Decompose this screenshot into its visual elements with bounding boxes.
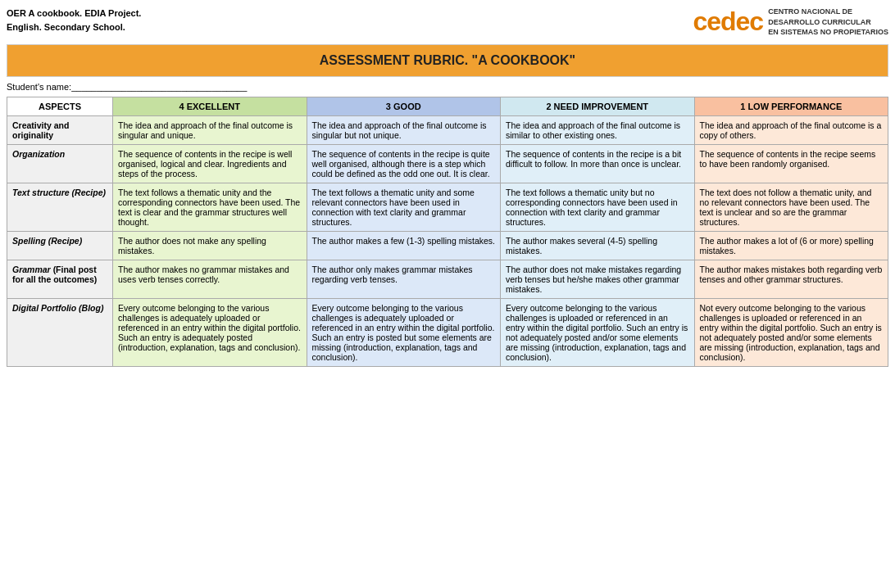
aspect-cell-2: Text structure (Recipe) bbox=[7, 183, 113, 231]
aspect-cell-3: Spelling (Recipe) bbox=[7, 231, 113, 260]
col-header-4: 4 EXCELLENT bbox=[113, 97, 307, 115]
table-row: Spelling (Recipe)The author does not mak… bbox=[7, 231, 888, 260]
table-row: Creativity and originalityThe idea and a… bbox=[7, 115, 888, 144]
cell-4-3: The author does not make any spelling mi… bbox=[113, 231, 307, 260]
cell-2-3: The author makes several (4-5) spelling … bbox=[501, 231, 695, 260]
table-row: Grammar (Final post for all the outcomes… bbox=[7, 260, 888, 298]
cell-4-5: Every outcome belonging to the various c… bbox=[113, 298, 307, 366]
cell-3-0: The idea and approach of the final outco… bbox=[307, 115, 501, 144]
cell-2-4: The author does not make mistakes regard… bbox=[501, 260, 695, 298]
aspect-cell-1: Organization bbox=[7, 144, 113, 183]
cell-1-0: The idea and approach of the final outco… bbox=[694, 115, 888, 144]
cell-1-4: The author makes mistakes both regarding… bbox=[694, 260, 888, 298]
cell-3-4: The author only makes grammar mistakes r… bbox=[307, 260, 501, 298]
cell-2-0: The idea and approach of the final outco… bbox=[501, 115, 695, 144]
cell-3-5: Every outcome belonging to the various c… bbox=[307, 298, 501, 366]
col-header-2: 2 NEED IMPROVEMENT bbox=[501, 97, 695, 115]
col-header-3: 3 GOOD bbox=[307, 97, 501, 115]
cedec-tagline: CENTRO NACIONAL DE DESARROLLO CURRICULAR… bbox=[768, 7, 888, 38]
header-line1: OER A cookbook. EDIA Project. bbox=[7, 7, 141, 20]
rubric-title: ASSESSMENT RUBRIC. "A COOKBOOK" bbox=[7, 44, 888, 77]
aspect-cell-5: Digital Portfolio (Blog) bbox=[7, 298, 113, 366]
col-header-1: 1 LOW PERFORMANCE bbox=[694, 97, 888, 115]
aspect-cell-4: Grammar (Final post for all the outcomes… bbox=[7, 260, 113, 298]
cell-3-2: The text follows a thematic unity and so… bbox=[307, 183, 501, 231]
table-row: OrganizationThe sequence of contents in … bbox=[7, 144, 888, 183]
table-header-row: ASPECTS 4 EXCELLENT 3 GOOD 2 NEED IMPROV… bbox=[7, 97, 888, 115]
cell-4-4: The author makes no grammar mistakes and… bbox=[113, 260, 307, 298]
table-row: Text structure (Recipe)The text follows … bbox=[7, 183, 888, 231]
cell-2-2: The text follows a thematic unity but no… bbox=[501, 183, 695, 231]
cell-4-2: The text follows a thematic unity and th… bbox=[113, 183, 307, 231]
page-header: OER A cookbook. EDIA Project. English. S… bbox=[7, 7, 888, 38]
header-left: OER A cookbook. EDIA Project. English. S… bbox=[7, 7, 141, 34]
table-row: Digital Portfolio (Blog)Every outcome be… bbox=[7, 298, 888, 366]
header-right: cedec CENTRO NACIONAL DE DESARROLLO CURR… bbox=[693, 7, 888, 38]
student-name-field: Student's name:_________________________… bbox=[7, 82, 888, 92]
cell-1-1: The sequence of contents in the recipe s… bbox=[694, 144, 888, 183]
cedec-logo: cedec bbox=[693, 7, 763, 37]
cell-3-1: The sequence of contents in the recipe i… bbox=[307, 144, 501, 183]
rubric-body: Creativity and originalityThe idea and a… bbox=[7, 115, 888, 366]
cell-1-2: The text does not follow a thematic unit… bbox=[694, 183, 888, 231]
cell-2-1: The sequence of contents in the recipe i… bbox=[501, 144, 695, 183]
header-line2: English. Secondary School. bbox=[7, 20, 141, 34]
cell-2-5: Every outcome belonging to the various c… bbox=[501, 298, 695, 366]
aspect-cell-0: Creativity and originality bbox=[7, 115, 113, 144]
cell-4-0: The idea and approach of the final outco… bbox=[113, 115, 307, 144]
cell-3-3: The author makes a few (1-3) spelling mi… bbox=[307, 231, 501, 260]
cell-4-1: The sequence of contents in the recipe i… bbox=[113, 144, 307, 183]
rubric-table: ASPECTS 4 EXCELLENT 3 GOOD 2 NEED IMPROV… bbox=[7, 97, 888, 367]
col-header-aspects: ASPECTS bbox=[7, 97, 113, 115]
cell-1-3: The author makes a lot of (6 or more) sp… bbox=[694, 231, 888, 260]
cell-1-5: Not every outcome belonging to the vario… bbox=[694, 298, 888, 366]
